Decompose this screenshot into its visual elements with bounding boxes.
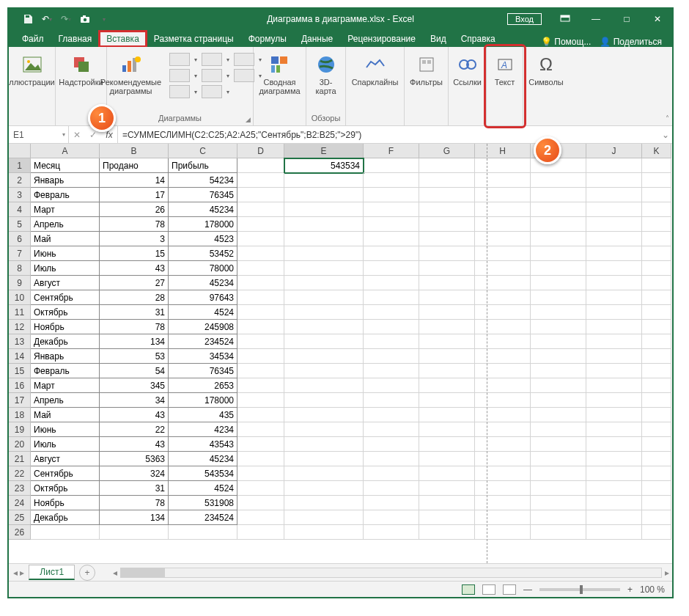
dialog-launcher-icon[interactable]: ◢ [246, 116, 251, 123]
cell[interactable] [284, 364, 364, 378]
links-button[interactable]: Ссылки [452, 50, 484, 89]
row-header[interactable]: 14 [9, 349, 31, 364]
cell[interactable]: Апрель [31, 393, 100, 408]
cell[interactable] [475, 217, 531, 232]
cell[interactable] [475, 158, 531, 173]
cell[interactable] [284, 437, 364, 452]
row-header[interactable]: 19 [9, 422, 31, 437]
cell[interactable]: 234524 [169, 334, 237, 349]
hierarchy-chart-icon[interactable] [169, 69, 190, 82]
cell[interactable] [237, 496, 284, 510]
cell[interactable] [475, 437, 531, 452]
cell[interactable] [475, 481, 531, 496]
cell[interactable] [419, 525, 475, 540]
cell[interactable] [419, 202, 475, 217]
cell[interactable] [586, 246, 642, 261]
cell[interactable] [586, 276, 642, 290]
cell[interactable] [284, 261, 364, 276]
cell[interactable] [531, 364, 586, 378]
cell[interactable] [586, 437, 642, 452]
cell[interactable] [531, 305, 586, 320]
cell[interactable] [586, 202, 642, 217]
col-header[interactable]: H [475, 144, 531, 158]
share-button[interactable]: 👤 Поделиться [600, 37, 662, 47]
undo-icon[interactable]: ↶▾ [40, 12, 54, 26]
cell[interactable]: Ноябрь [31, 496, 100, 510]
cell[interactable] [419, 305, 475, 320]
cell[interactable]: Прибыль [169, 158, 237, 173]
text-button[interactable]: A Текст [490, 50, 520, 89]
cell[interactable]: 43543 [169, 437, 237, 452]
row-header[interactable]: 6 [9, 232, 31, 246]
cell[interactable] [586, 496, 642, 510]
cell[interactable] [237, 320, 284, 334]
cell[interactable] [237, 334, 284, 349]
pie-chart-icon[interactable] [169, 85, 190, 98]
cell[interactable] [284, 466, 364, 481]
cell[interactable] [284, 320, 364, 334]
cell[interactable] [237, 232, 284, 246]
3d-map-button[interactable]: 3D- карта [310, 50, 342, 98]
cell[interactable]: 27 [100, 276, 169, 290]
cell[interactable] [586, 510, 642, 525]
tell-me[interactable]: 💡 Помощ... [541, 37, 591, 47]
cell[interactable] [364, 393, 419, 408]
row-header[interactable]: 25 [9, 510, 31, 525]
cell[interactable] [475, 290, 531, 305]
expand-formula-icon[interactable]: ⌄ [659, 126, 672, 143]
cell[interactable] [531, 334, 586, 349]
cell[interactable] [419, 158, 475, 173]
cell[interactable] [586, 393, 642, 408]
view-page-break-icon[interactable] [503, 584, 516, 595]
cell[interactable] [364, 378, 419, 393]
cell[interactable] [364, 525, 419, 540]
cell[interactable] [237, 408, 284, 422]
cell[interactable]: 45234 [169, 452, 237, 466]
cell[interactable] [475, 173, 531, 188]
cell[interactable] [531, 276, 586, 290]
cell[interactable] [531, 393, 586, 408]
cell[interactable] [237, 202, 284, 217]
cell[interactable]: Декабрь [31, 510, 100, 525]
cell[interactable] [284, 246, 364, 261]
cell[interactable] [531, 232, 586, 246]
cell[interactable] [531, 290, 586, 305]
cell[interactable]: 31 [100, 481, 169, 496]
cell[interactable] [284, 290, 364, 305]
cell[interactable] [419, 364, 475, 378]
cell[interactable]: Месяц [31, 158, 100, 173]
cell[interactable]: Июнь [31, 246, 100, 261]
select-all[interactable] [9, 144, 31, 158]
cell[interactable] [237, 466, 284, 481]
cell[interactable] [475, 320, 531, 334]
cell[interactable] [642, 393, 671, 408]
cell[interactable] [237, 510, 284, 525]
tab-review[interactable]: Рецензирование [340, 31, 423, 47]
cell[interactable]: 53 [100, 349, 169, 364]
filters-button[interactable]: Фильтры [408, 50, 445, 89]
cell[interactable]: Ноябрь [31, 320, 100, 334]
cell[interactable] [586, 290, 642, 305]
cell[interactable] [364, 320, 419, 334]
cell[interactable] [642, 305, 671, 320]
cell[interactable] [642, 496, 671, 510]
cell[interactable] [642, 437, 671, 452]
stats-chart-icon[interactable] [234, 53, 254, 66]
row-header[interactable]: 26 [9, 525, 31, 540]
cell[interactable]: Март [31, 202, 100, 217]
cell[interactable] [531, 173, 586, 188]
cell[interactable] [364, 276, 419, 290]
collapse-ribbon-icon[interactable]: ˄ [666, 114, 669, 122]
cell[interactable]: 245908 [169, 320, 237, 334]
cell[interactable]: Июнь [31, 422, 100, 437]
cell[interactable] [419, 217, 475, 232]
cell[interactable] [419, 422, 475, 437]
sparklines-button[interactable]: Спарклайны [355, 50, 396, 89]
cell[interactable] [237, 525, 284, 540]
row-header[interactable]: 12 [9, 320, 31, 334]
cell[interactable] [531, 320, 586, 334]
cell[interactable] [475, 422, 531, 437]
cell[interactable] [586, 320, 642, 334]
cell[interactable]: 76345 [169, 188, 237, 202]
cell[interactable] [531, 452, 586, 466]
